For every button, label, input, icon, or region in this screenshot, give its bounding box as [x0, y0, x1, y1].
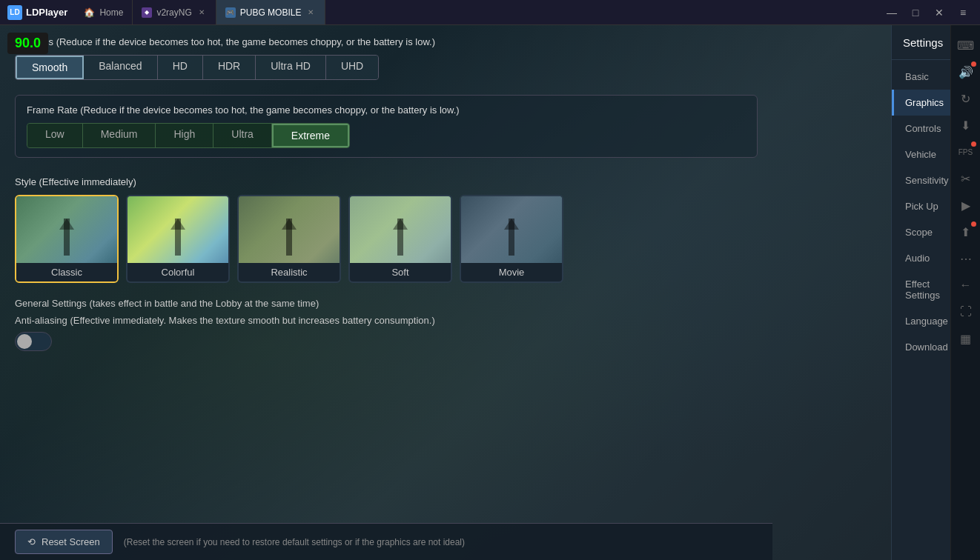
score-badge: 90.0	[7, 33, 48, 54]
reset-icon: ⟲	[27, 536, 36, 547]
tab-pubg-close[interactable]: ✕	[305, 7, 316, 18]
quality-balanced[interactable]: Balanced	[84, 56, 157, 79]
main-area: 90.0 Graphics (Reduce if the device beco…	[0, 25, 980, 560]
tower-movie	[509, 219, 514, 256]
upload-icon[interactable]: ⬆	[953, 219, 979, 244]
pubg-icon: 🎮	[225, 7, 236, 18]
tab-bar: 🏠 Home ◆ v2rayNG ✕ 🎮 PUBG MOBILE ✕	[75, 0, 875, 24]
more-icon[interactable]: ⋯	[953, 246, 979, 271]
fps-dot	[971, 141, 976, 147]
framerate-extreme[interactable]: Extreme	[272, 124, 349, 147]
framerate-tabs: Low Medium High Ultra Extreme	[27, 123, 350, 148]
window-controls: — □ ✕ ≡	[875, 0, 980, 25]
toggle-knob	[17, 334, 32, 349]
tower-realistic	[286, 219, 292, 256]
nav-controls-label: Controls	[905, 123, 941, 134]
style-movie[interactable]: Movie	[460, 195, 563, 283]
style-classic-label: Classic	[16, 263, 117, 281]
close-button[interactable]: ✕	[928, 0, 950, 25]
game-background: 90.0 Graphics (Reduce if the device beco…	[0, 25, 891, 560]
grid-icon[interactable]: ▦	[953, 326, 979, 351]
volume-dot	[971, 61, 976, 67]
fps-icon[interactable]: FPS	[953, 139, 979, 164]
tab-home[interactable]: 🏠 Home	[75, 0, 133, 24]
nav-graphics-label: Graphics	[905, 97, 944, 108]
style-classic-img	[16, 196, 117, 263]
style-movie-img	[461, 196, 562, 263]
video-icon[interactable]: ▶	[953, 193, 979, 218]
nav-audio-label: Audio	[905, 253, 930, 264]
settings-content: Graphics (Reduce if the device becomes t…	[0, 25, 772, 560]
settings-title: Settings	[903, 36, 943, 49]
framerate-label: Frame Rate (Reduce if the device becomes…	[27, 104, 746, 116]
minimize-button[interactable]: —	[881, 0, 903, 25]
home-icon: 🏠	[84, 7, 95, 18]
upload-arrow-icon: ⬆	[961, 225, 970, 239]
framerate-section: Frame Rate (Reduce if the device becomes…	[15, 95, 758, 158]
anti-alias-toggle[interactable]	[15, 332, 52, 351]
tower-classic	[64, 219, 70, 256]
volume-up-icon: 🔊	[959, 65, 973, 79]
tab-v2ray-label: v2rayNG	[156, 7, 191, 18]
quality-ultrahd[interactable]: Ultra HD	[256, 56, 326, 79]
tab-v2ray-close[interactable]: ✕	[196, 7, 207, 18]
tab-pubg-label: PUBG MOBILE	[240, 7, 302, 18]
style-label: Style (Effective immediately)	[15, 176, 758, 187]
tab-v2ray[interactable]: ◆ v2rayNG ✕	[133, 0, 216, 24]
cut-icon[interactable]: ✂	[953, 166, 979, 191]
style-colorful[interactable]: Colorful	[126, 195, 230, 283]
tab-home-label: Home	[99, 7, 123, 18]
quality-smooth[interactable]: Smooth	[16, 56, 84, 79]
nav-sensitivity-label: Sensitivity	[905, 175, 949, 186]
reset-hint: (Reset the screen if you need to restore…	[124, 537, 465, 547]
tab-pubg[interactable]: 🎮 PUBG MOBILE ✕	[216, 0, 326, 24]
style-colorful-img	[128, 196, 228, 263]
keyboard-icon[interactable]: ⌨	[953, 33, 979, 58]
maximize-button[interactable]: □	[904, 0, 927, 25]
nav-language-label: Language	[905, 316, 948, 327]
style-movie-label: Movie	[461, 263, 562, 281]
general-label: General Settings (takes effect in battle…	[15, 298, 758, 309]
v2ray-icon: ◆	[142, 7, 152, 18]
rotate-icon[interactable]: ↻	[953, 86, 979, 111]
style-soft[interactable]: Soft	[348, 195, 452, 283]
nav-pickup-label: Pick Up	[905, 201, 938, 212]
tower-colorful	[175, 219, 181, 256]
style-section: Style (Effective immediately) Classic Co…	[15, 176, 758, 283]
anti-alias-label: Anti-aliasing (Effective immediately. Ma…	[15, 315, 758, 326]
style-cards: Classic Colorful Realistic	[15, 195, 758, 283]
quality-hdr[interactable]: HDR	[203, 56, 256, 79]
import-icon[interactable]: ⬇	[953, 113, 979, 138]
logo-icon: LD	[7, 5, 22, 20]
reset-screen-button[interactable]: ⟲ Reset Screen	[15, 530, 113, 554]
tower-soft	[397, 219, 403, 256]
quality-hd[interactable]: HD	[158, 56, 203, 79]
back-icon[interactable]: ←	[953, 273, 979, 298]
menu-button[interactable]: ≡	[952, 0, 974, 25]
framerate-high[interactable]: High	[156, 124, 213, 147]
taskbar: LD LDPlayer 🏠 Home ◆ v2rayNG ✕ 🎮 PUBG MO…	[0, 0, 980, 25]
reset-label: Reset Screen	[42, 536, 100, 547]
nav-scope-label: Scope	[905, 227, 933, 238]
style-realistic[interactable]: Realistic	[237, 195, 341, 283]
framerate-medium[interactable]: Medium	[83, 124, 156, 147]
style-classic[interactable]: Classic	[15, 195, 119, 283]
volume-icon[interactable]: 🔊	[953, 59, 979, 84]
nav-download-label: Download	[905, 341, 948, 353]
app-logo: LD LDPlayer	[0, 5, 75, 20]
quality-tabs: Smooth Balanced HD HDR Ultra HD UHD	[15, 55, 379, 80]
reset-bar: ⟲ Reset Screen (Reset the screen if you …	[0, 523, 772, 560]
right-icon-bar: ⌨ 🔊 ↻ ⬇ FPS ✂ ▶ ⬆ ⋯ ← ⛶ ▦	[950, 25, 980, 560]
general-section: General Settings (takes effect in battle…	[15, 298, 758, 351]
nav-basic-label: Basic	[905, 71, 929, 82]
logo-text: LDPlayer	[26, 7, 67, 18]
framerate-ultra[interactable]: Ultra	[213, 124, 272, 147]
graphics-label: Graphics (Reduce if the device becomes t…	[15, 36, 758, 47]
framerate-low[interactable]: Low	[27, 124, 83, 147]
fullscreen-icon[interactable]: ⛶	[953, 299, 979, 324]
upload-dot	[971, 221, 976, 227]
quality-uhd[interactable]: UHD	[326, 56, 378, 79]
style-realistic-label: Realistic	[239, 263, 340, 281]
style-realistic-img	[239, 196, 340, 263]
fps-label: FPS	[959, 148, 973, 156]
